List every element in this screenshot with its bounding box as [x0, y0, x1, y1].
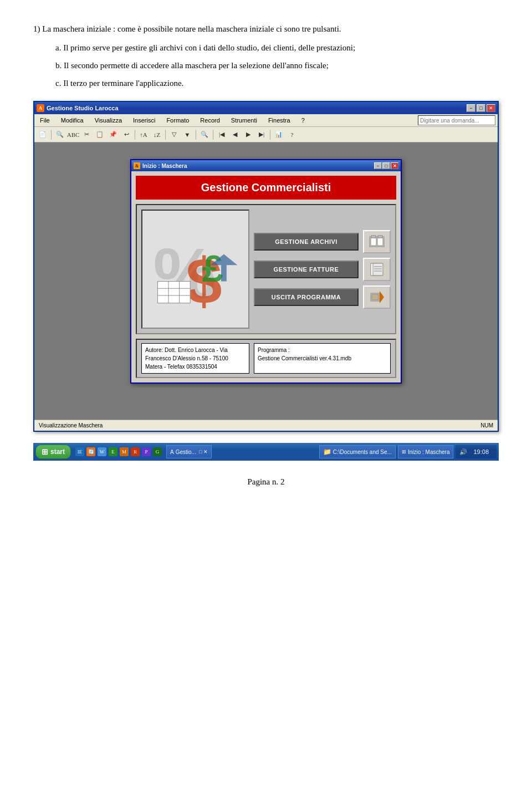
- svg-marker-21: [380, 291, 384, 303]
- toolbar-paste[interactable]: 📌: [107, 129, 119, 141]
- quick-launch-icon-1[interactable]: IE: [75, 447, 84, 456]
- toolbar-undo[interactable]: ↩: [120, 129, 132, 141]
- toolbar-filter[interactable]: ▽: [168, 129, 180, 141]
- toolbar-sort-desc[interactable]: ↓Z: [151, 129, 163, 141]
- tray-icon-1: 🔊: [459, 447, 468, 456]
- access-window-title: Gestione Studio Larocca: [47, 105, 119, 111]
- quick-launch-icon-4[interactable]: E: [109, 447, 117, 456]
- dialog-app-icon: &: [134, 162, 140, 169]
- toolbar-nav-first[interactable]: |◀: [216, 129, 228, 141]
- quick-launch-icon-6[interactable]: R: [131, 447, 140, 456]
- dialog-buttons-area: GESTIONE ARCHIVI: [254, 210, 391, 329]
- xp-taskbar: ⊞ start IE 🔄 W E M R P G A Gestio... □ ✕…: [33, 443, 499, 461]
- toolbar-sep-2: [135, 130, 135, 140]
- minimize-button[interactable]: −: [467, 104, 475, 112]
- toolbar-nav-prev[interactable]: ◀: [229, 129, 241, 141]
- fatture-icon-button[interactable]: [363, 258, 391, 281]
- point-b-text: b. Il secondo permette di accedere alla …: [55, 61, 329, 70]
- dialog-close-button[interactable]: ✕: [391, 162, 398, 169]
- toolbar-print-preview[interactable]: 🔍: [54, 129, 66, 141]
- help-search-input[interactable]: [418, 115, 495, 125]
- start-label: start: [50, 448, 65, 456]
- point-a: a. Il primo serve per gestire gli archiv…: [55, 41, 499, 54]
- menu-formato[interactable]: Formato: [163, 116, 192, 125]
- start-button[interactable]: ⊞ start: [35, 445, 71, 459]
- screenshot-container: A Gestione Studio Larocca − □ ✕ File Mod…: [33, 101, 499, 432]
- toolbar-sep-5: [213, 130, 213, 140]
- menu-visualizza[interactable]: Visualizza: [91, 116, 125, 125]
- svg-rect-16: [373, 263, 383, 276]
- quick-launch-icon-7[interactable]: P: [142, 447, 151, 456]
- uscita-icon-button[interactable]: [363, 285, 391, 309]
- access-statusbar: Visualizzazione Maschera NUM: [34, 420, 498, 431]
- close-button[interactable]: ✕: [487, 104, 495, 112]
- menu-file[interactable]: File: [37, 116, 53, 125]
- quick-launch-icon-8[interactable]: G: [153, 447, 162, 456]
- quick-launch-bar: IE 🔄 W E M R P G: [75, 447, 162, 456]
- toolbar-help[interactable]: ?: [286, 129, 298, 141]
- point-c: c. Il terzo per terminare l'applicazione…: [55, 76, 499, 90]
- taskbar-path-label: C:\Documents and Se...: [333, 449, 392, 455]
- dialog-info-right: Programma : Gestione Commercialisti ver.…: [254, 343, 391, 374]
- menu-inserisci[interactable]: Inserisci: [130, 116, 158, 125]
- gestione-archivi-button[interactable]: GESTIONE ARCHIVI: [254, 233, 359, 251]
- dialog-image-area: % $ £: [141, 210, 249, 329]
- info-left-line3: Matera - Telefax 0835331504: [145, 364, 217, 370]
- toolbar-find[interactable]: 🔍: [198, 129, 211, 141]
- uscita-programma-label: USCITA PROGRAMMA: [272, 294, 341, 300]
- toolbar-cut[interactable]: ✂: [80, 129, 93, 141]
- archivi-icon-button[interactable]: [363, 230, 391, 253]
- access-titlebar-left: A Gestione Studio Larocca: [37, 104, 119, 112]
- svg-rect-12: [377, 238, 383, 246]
- taskbar-app-item[interactable]: A Gestio... □ ✕: [166, 445, 212, 458]
- access-menubar: File Modifica Visualizza Inserisci Forma…: [34, 114, 498, 127]
- quick-launch-icon-3[interactable]: W: [98, 447, 106, 456]
- quick-launch-icon-5[interactable]: M: [120, 447, 129, 456]
- toolbar-nav-next[interactable]: ▶: [242, 129, 254, 141]
- svg-rect-3: [157, 282, 190, 303]
- uscita-programma-button[interactable]: USCITA PROGRAMMA: [254, 288, 359, 306]
- menu-finestra[interactable]: Finestra: [265, 116, 294, 125]
- dialog-decorative-image: % $ £: [142, 211, 248, 328]
- toolbar-copy[interactable]: 📋: [94, 129, 106, 141]
- access-body: & Inizio : Maschera − □ ✕ Gest: [34, 142, 498, 420]
- toolbar-nav-last[interactable]: ▶|: [255, 129, 268, 141]
- dialog-info-left: Autore: Dott. Enrico Larocca - Via Franc…: [141, 343, 249, 374]
- fatture-button-row: GESTIONE FATTURE: [254, 258, 391, 281]
- heading-1-text: 1) La maschera iniziale : come è possibi…: [33, 24, 341, 33]
- toolbar-spell[interactable]: ABC: [67, 129, 79, 141]
- gestione-fatture-button[interactable]: GESTIONE FATTURE: [254, 261, 359, 278]
- dialog-restore-button[interactable]: □: [382, 162, 390, 169]
- dialog-content: Gestione Commercialisti: [131, 171, 401, 382]
- svg-rect-13: [371, 236, 376, 238]
- page-footer: Pagina n. 2: [33, 477, 499, 487]
- toolbar-sep-1: [51, 130, 52, 140]
- menu-record[interactable]: Record: [197, 116, 223, 125]
- menu-modifica[interactable]: Modifica: [58, 116, 87, 125]
- taskbar-app-label: Gestio...: [176, 449, 196, 455]
- svg-text:£: £: [202, 247, 223, 290]
- dialog-minimize-button[interactable]: −: [374, 162, 382, 169]
- heading-1: 1) La maschera iniziale : come è possibi…: [33, 22, 499, 35]
- svg-rect-22: [372, 294, 378, 300]
- toolbar-office[interactable]: 📊: [273, 129, 285, 141]
- toolbar-sep-6: [270, 130, 270, 140]
- taskbar-window-label: Inizio : Maschera: [408, 449, 450, 455]
- gestione-fatture-label: GESTIONE FATTURE: [274, 266, 339, 273]
- archivi-icon: [369, 233, 385, 250]
- taskbar-path-item[interactable]: 📁 C:\Documents and Se...: [319, 445, 396, 458]
- restore-button[interactable]: □: [477, 104, 485, 112]
- svg-rect-11: [371, 238, 376, 246]
- point-c-text: c. Il terzo per terminare l'applicazione…: [55, 79, 183, 88]
- toolbar-sort-asc[interactable]: ↑A: [137, 129, 150, 141]
- statusbar-numlock: NUM: [480, 422, 493, 428]
- system-tray: 🔊 19:08: [456, 445, 497, 458]
- dialog-info-area: Autore: Dott. Enrico Larocca - Via Franc…: [136, 339, 396, 378]
- quick-launch-icon-2[interactable]: 🔄: [86, 447, 95, 456]
- menu-help[interactable]: ?: [298, 116, 308, 125]
- toolbar-apply-filter[interactable]: ▼: [181, 129, 193, 141]
- menu-strumenti[interactable]: Strumenti: [228, 116, 260, 125]
- taskbar-window-item[interactable]: ⊞ Inizio : Maschera: [398, 445, 454, 458]
- info-left-line1: Autore: Dott. Enrico Larocca - Via: [145, 347, 228, 353]
- toolbar-new[interactable]: 📄: [37, 129, 49, 141]
